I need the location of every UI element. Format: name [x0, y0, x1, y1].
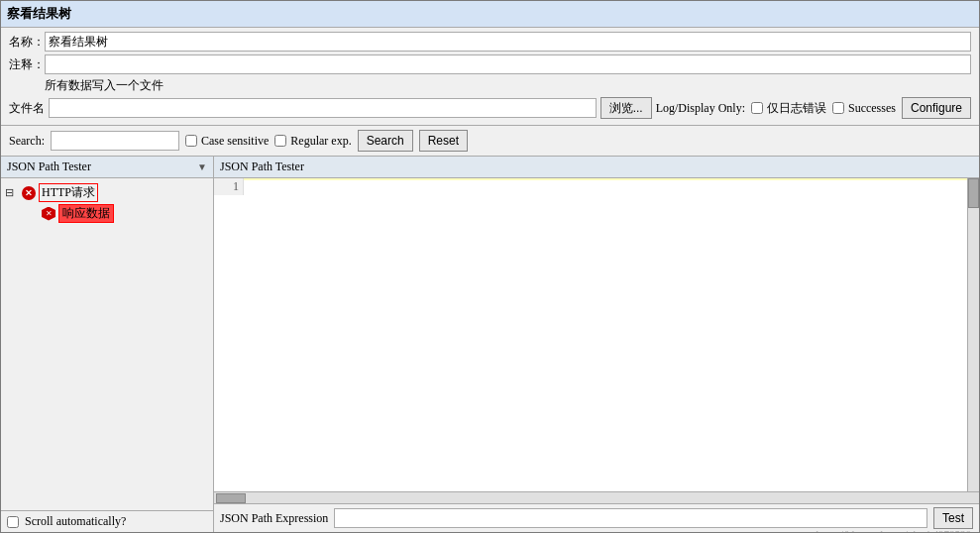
line-content-1 — [244, 178, 967, 180]
log-errors-label: 仅日志错误 — [767, 100, 826, 117]
log-errors-item: 仅日志错误 — [751, 100, 826, 117]
json-path-input[interactable] — [334, 508, 927, 528]
left-panel: JSON Path Tester ▼ ⊟ ✕ HTTP请求 — [1, 157, 214, 532]
main-area: JSON Path Tester ▼ ⊟ ✕ HTTP请求 — [1, 157, 979, 532]
successes-label: Successes — [848, 101, 896, 116]
search-label: Search: — [9, 134, 45, 149]
scrollbar-thumb[interactable] — [968, 178, 979, 208]
right-panel-header: JSON Path Tester — [214, 157, 979, 178]
name-label: 名称： — [9, 34, 45, 51]
tree-expander[interactable]: ⊟ — [5, 186, 21, 199]
reset-button[interactable]: Reset — [419, 130, 468, 152]
form-section: 名称： 注释： 所有数据写入一个文件 文件名 浏览... Log/Display… — [1, 28, 979, 126]
comment-row: 注释： — [9, 54, 971, 74]
line-number-1: 1 — [214, 178, 244, 195]
h-scrollbar-thumb[interactable] — [216, 493, 246, 503]
search-bar: Search: Case sensitive Regular exp. Sear… — [1, 126, 979, 157]
log-controls: Log/Display Only: 仅日志错误 Successes Config… — [656, 97, 971, 119]
tree-child-node: ✕ 响应数据 — [25, 203, 209, 224]
tree-root-label[interactable]: HTTP请求 — [39, 183, 98, 202]
error-icon: ✕ — [22, 186, 36, 200]
file-controls: 浏览... Log/Display Only: 仅日志错误 Successes … — [600, 97, 971, 119]
json-path-label: JSON Path Expression — [220, 511, 328, 526]
tree-child-label[interactable]: 响应数据 — [58, 204, 114, 223]
successes-checkbox[interactable] — [832, 102, 844, 114]
right-panel-title: JSON Path Tester — [220, 160, 304, 173]
case-sensitive-item: Case sensitive — [185, 134, 269, 149]
all-data-label: 所有数据写入一个文件 — [45, 77, 163, 94]
search-button[interactable]: Search — [358, 130, 413, 152]
successes-item: Successes — [832, 101, 896, 116]
json-display[interactable]: 1 — [214, 178, 967, 491]
main-window: 察看结果树 名称： 注释： 所有数据写入一个文件 文件名 浏览... — [0, 0, 980, 533]
tree-child-icon: ✕ — [41, 207, 56, 221]
log-errors-checkbox[interactable] — [751, 102, 763, 114]
regular-exp-item: Regular exp. — [274, 134, 351, 149]
file-input[interactable] — [49, 98, 597, 118]
tree-root-icon: ✕ — [21, 186, 37, 200]
comment-label: 注释： — [9, 56, 45, 73]
log-display-label: Log/Display Only: — [656, 101, 745, 116]
json-display-wrapper: 1 — [214, 178, 979, 491]
title-bar: 察看结果树 — [1, 1, 979, 28]
regular-exp-checkbox[interactable] — [274, 135, 286, 147]
watermark: https://blog.csdn.net/yinyiyi978520 — [817, 528, 971, 532]
search-input[interactable] — [51, 131, 179, 151]
left-panel-arrow-icon: ▼ — [197, 161, 207, 172]
vertical-scrollbar[interactable] — [967, 178, 979, 491]
right-panel: JSON Path Tester 1 JSON Path Expression — [214, 157, 979, 532]
tree-children: ✕ 响应数据 — [25, 203, 209, 224]
name-row: 名称： — [9, 32, 971, 52]
shield-icon: ✕ — [42, 207, 55, 221]
case-sensitive-checkbox[interactable] — [185, 135, 197, 147]
file-label: 文件名 — [9, 100, 45, 117]
all-data-row: 所有数据写入一个文件 — [9, 77, 971, 94]
left-panel-title: JSON Path Tester — [7, 160, 91, 174]
all-data-checkbox-area: 所有数据写入一个文件 — [45, 77, 163, 94]
tree-root-node: ⊟ ✕ HTTP请求 — [5, 182, 209, 203]
horizontal-scrollbar[interactable] — [214, 491, 979, 503]
window-title: 察看结果树 — [7, 6, 71, 21]
test-button[interactable]: Test — [933, 507, 973, 529]
scroll-bottom: Scroll automatically? — [1, 510, 213, 532]
case-sensitive-label: Case sensitive — [201, 134, 269, 149]
json-line-1: 1 — [214, 178, 967, 195]
left-panel-header: JSON Path Tester ▼ — [1, 157, 213, 178]
scroll-auto-checkbox[interactable] — [7, 516, 19, 528]
name-input[interactable] — [45, 32, 971, 52]
file-row: 文件名 浏览... Log/Display Only: 仅日志错误 Succes… — [9, 97, 971, 119]
scroll-auto-label: Scroll automatically? — [25, 514, 126, 529]
regular-exp-label: Regular exp. — [290, 134, 351, 149]
configure-button[interactable]: Configure — [902, 97, 971, 119]
browse-button[interactable]: 浏览... — [600, 97, 652, 119]
comment-input[interactable] — [45, 54, 971, 74]
tree-area[interactable]: ⊟ ✕ HTTP请求 ✕ 响应数据 — [1, 178, 213, 510]
